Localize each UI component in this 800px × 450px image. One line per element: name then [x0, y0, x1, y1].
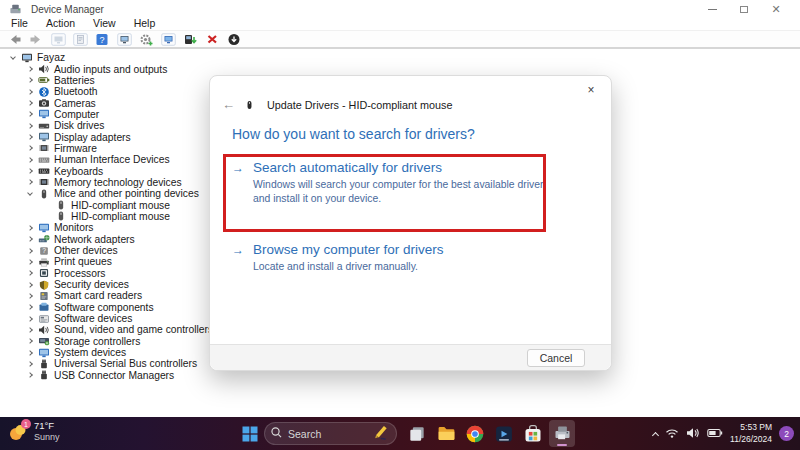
search-icon [270, 425, 283, 443]
tree-item-label: Processors [54, 268, 106, 279]
option-search-automatically[interactable]: → Search automatically for drivers Windo… [232, 160, 555, 206]
expander-collapsed-icon[interactable] [23, 317, 36, 321]
menu-item-file[interactable]: File [2, 17, 37, 29]
update-driver-icon[interactable] [182, 32, 199, 47]
monitor-icon [36, 223, 51, 233]
taskbar-app-file-explorer[interactable] [433, 420, 459, 447]
properties-icon[interactable] [72, 32, 89, 47]
computer-icon[interactable] [116, 32, 133, 47]
taskbar-app-chrome[interactable] [462, 420, 488, 447]
expander-collapsed-icon[interactable] [23, 112, 36, 116]
expander-expanded-icon[interactable] [23, 193, 36, 195]
device-manager-app-icon [8, 3, 23, 15]
back-icon[interactable] [6, 32, 23, 47]
expander-collapsed-icon[interactable] [23, 90, 36, 94]
tree-item[interactable]: Audio inputs and outputs [0, 63, 800, 74]
expander-collapsed-icon[interactable] [23, 271, 36, 275]
usb-icon [36, 370, 51, 380]
chip-icon [36, 143, 51, 153]
dialog-title: Update Drivers - HID-compliant mouse [267, 99, 452, 111]
taskbar-app-device-manager[interactable] [549, 420, 575, 447]
title-bar: Device Manager ✕ [0, 0, 800, 16]
expander-collapsed-icon[interactable] [23, 226, 36, 230]
tree-item-label: Storage controllers [54, 336, 140, 347]
wifi-icon[interactable] [665, 425, 679, 443]
clock[interactable]: 5:53 PM 11/26/2024 [730, 422, 772, 444]
menu-item-action[interactable]: Action [37, 17, 84, 29]
tree-item-label: Firmware [54, 143, 97, 154]
camera-icon [36, 98, 51, 108]
expander-collapsed-icon[interactable] [23, 362, 36, 366]
volume-icon[interactable] [686, 425, 700, 443]
update-drivers-dialog: × ← Update Drivers - HID-compliant mouse… [209, 75, 612, 371]
tree-item[interactable]: Fayaz [0, 52, 800, 63]
question-icon: ? [36, 246, 51, 256]
expander-collapsed-icon[interactable] [23, 328, 36, 332]
weather-badge: 1 [21, 419, 31, 429]
expander-collapsed-icon[interactable] [23, 169, 36, 173]
weather-widget[interactable]: 1 71°F Sunny [7, 420, 60, 444]
disable-device-icon[interactable] [226, 32, 243, 47]
menu-item-help[interactable]: Help [125, 17, 165, 29]
expander-collapsed-icon[interactable] [23, 180, 36, 184]
expander-collapsed-icon[interactable] [23, 351, 36, 355]
help-icon[interactable]: ? [94, 32, 111, 47]
uninstall-device-icon[interactable] [204, 32, 221, 47]
expander-collapsed-icon[interactable] [23, 78, 36, 82]
scan-hardware-changes-icon[interactable] [138, 32, 155, 47]
toolbar: ? [0, 31, 800, 49]
notification-badge[interactable]: 2 [779, 426, 794, 441]
expander-collapsed-icon[interactable] [23, 249, 36, 253]
option-description: Locate and install a driver manually. [253, 260, 555, 274]
speaker-icon [36, 325, 51, 335]
tray-overflow-chevron-icon[interactable] [652, 431, 659, 438]
expander-collapsed-icon[interactable] [23, 283, 36, 287]
expander-collapsed-icon[interactable] [23, 294, 36, 298]
window-controls: ✕ [706, 3, 792, 15]
mouse-icon [53, 200, 68, 210]
tree-item-label: USB Connector Managers [54, 370, 174, 381]
remote-computer-icon[interactable] [160, 32, 177, 47]
maximize-button[interactable] [738, 3, 750, 15]
menu-bar: FileActionViewHelp [0, 16, 800, 31]
minimize-button[interactable] [706, 3, 718, 15]
taskbar-app-microsoft-store[interactable] [520, 420, 546, 447]
tree-item[interactable]: USB Connector Managers [0, 370, 800, 381]
dialog-back-icon[interactable]: ← [222, 98, 235, 111]
close-window-button[interactable]: ✕ [770, 3, 782, 15]
monitor-icon [19, 53, 34, 63]
battery-icon[interactable] [707, 425, 723, 443]
monitor-icon [36, 348, 51, 358]
expander-collapsed-icon[interactable] [23, 146, 36, 150]
expander-collapsed-icon[interactable] [23, 373, 36, 377]
system-tray: 5:53 PM 11/26/2024 2 [653, 417, 794, 450]
expander-collapsed-icon[interactable] [23, 124, 36, 128]
storagec-icon [36, 336, 51, 346]
card-icon [36, 291, 51, 301]
expander-collapsed-icon[interactable] [23, 339, 36, 343]
expander-collapsed-icon[interactable] [23, 135, 36, 139]
expander-collapsed-icon[interactable] [23, 260, 36, 264]
dialog-footer: Cancel [210, 344, 611, 370]
search-box[interactable]: Search [264, 422, 397, 445]
start-button[interactable] [239, 423, 261, 445]
bluetooth-icon [36, 87, 51, 97]
expander-collapsed-icon[interactable] [23, 305, 36, 309]
tree-item-label: Other devices [54, 245, 118, 256]
forward-icon[interactable] [28, 32, 45, 47]
cancel-button[interactable]: Cancel [527, 349, 585, 367]
tray-time: 5:53 PM [730, 422, 772, 433]
expander-collapsed-icon[interactable] [23, 67, 36, 71]
taskbar-app-media-app[interactable] [491, 420, 517, 447]
expander-collapsed-icon[interactable] [23, 101, 36, 105]
expander-collapsed-icon[interactable] [23, 158, 36, 162]
option-browse-computer[interactable]: → Browse my computer for drivers Locate … [232, 242, 555, 274]
expander-expanded-icon[interactable] [6, 57, 19, 59]
menu-item-view[interactable]: View [84, 17, 125, 29]
tree-item-label: Display adapters [54, 132, 131, 143]
expander-collapsed-icon[interactable] [23, 237, 36, 241]
tree-item-label: Memory technology devices [54, 177, 182, 188]
dialog-close-icon[interactable]: × [583, 82, 599, 98]
show-console-tree-icon[interactable] [50, 32, 67, 47]
taskbar-app-task-view[interactable] [404, 420, 430, 447]
